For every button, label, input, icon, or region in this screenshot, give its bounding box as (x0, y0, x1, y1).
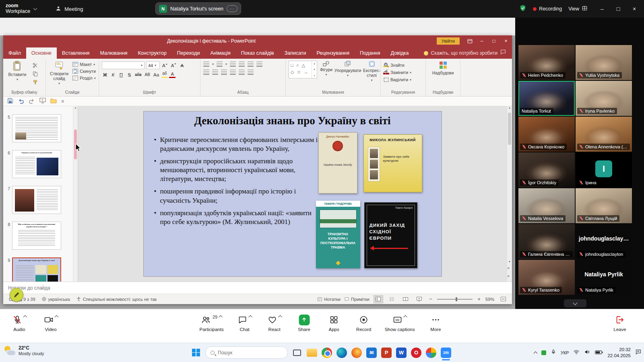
paragraph-format-button[interactable] (256, 62, 262, 67)
mail-icon[interactable]: ✉ (365, 347, 378, 359)
ribbon-tab[interactable]: Основне (26, 47, 57, 59)
sign-in-button[interactable]: Увійти (437, 37, 460, 45)
chevron-up-icon[interactable] (248, 315, 252, 319)
zoom-slider[interactable] (437, 299, 473, 300)
word-icon[interactable]: W (395, 347, 407, 359)
zoom-workplace-logo[interactable]: zoom Workplace (0, 3, 37, 14)
opera-icon[interactable]: O (410, 347, 422, 359)
participant-tile[interactable]: Світлана Лущій (576, 188, 632, 223)
view-button[interactable]: View (568, 5, 588, 12)
ribbon-tab[interactable]: Конструктор (133, 47, 172, 59)
ribbon-tab[interactable]: Записати (279, 47, 312, 59)
react-button[interactable]: React (266, 314, 283, 332)
shapes-button[interactable]: Фігури▾ (320, 61, 332, 76)
search-input[interactable] (218, 350, 274, 356)
firefox-icon[interactable] (351, 347, 363, 359)
meet-icon[interactable] (425, 347, 437, 359)
slide-canvas[interactable]: Деколонізація знань про Україну в світі … (144, 111, 442, 276)
zoom-icon[interactable]: zm (440, 347, 452, 359)
participant-tile[interactable]: Iryna Pavlenko (576, 81, 632, 116)
slide-sorter-view-button[interactable] (387, 295, 397, 303)
video-button[interactable]: Video (42, 314, 60, 332)
format-painter-button[interactable] (31, 79, 39, 85)
customize-qat-icon[interactable]: ≡ (61, 99, 64, 104)
start-button[interactable] (190, 347, 202, 359)
ribbon-display-options-icon[interactable] (464, 35, 476, 47)
font-style-button[interactable]: S (126, 71, 132, 78)
chrome-icon[interactable] (321, 347, 333, 359)
ribbon-tab[interactable]: Показ слайдів (236, 47, 279, 59)
undo-button[interactable] (18, 98, 24, 105)
clear-formatting-button[interactable]: А (179, 62, 185, 69)
keyboard-language[interactable]: УКР (561, 350, 569, 355)
tell-me-search[interactable]: Скажіть, що потрібно зробити (424, 50, 498, 59)
paragraph-format-button[interactable] (248, 62, 254, 67)
paragraph-format-button[interactable] (230, 62, 236, 67)
select-button[interactable]: Виділити▾ (384, 77, 411, 82)
save-button[interactable] (7, 98, 13, 105)
slide-title[interactable]: Деколонізація знань про Україну в світі (152, 115, 433, 127)
zoom-in-button[interactable]: + (477, 296, 481, 302)
participant-tile[interactable]: johndouglasclay… johndouglasclayton (576, 224, 632, 259)
paragraph-format-button[interactable] (239, 70, 245, 75)
feedback-comment-icon[interactable] (500, 49, 506, 59)
chevron-up-icon[interactable] (23, 315, 27, 319)
grow-font-button[interactable]: А▲ (161, 62, 169, 69)
next-slide-button[interactable]: » (506, 275, 511, 278)
ribbon-tab[interactable]: Переходи (172, 47, 205, 59)
font-style-button[interactable]: АВ (144, 71, 151, 78)
scrollbar-thumb[interactable] (508, 113, 511, 145)
chevron-up-icon[interactable] (278, 315, 282, 319)
section-button[interactable]: Розділ▾ (72, 76, 96, 80)
gallery-collapse-button[interactable] (564, 299, 586, 307)
notes-toggle-button[interactable]: Нотатки (318, 297, 341, 302)
thumbnail-preview[interactable]: Деколонізація знань про Україну в світі (12, 257, 61, 282)
participant-tile[interactable]: Natalia Vesselova (518, 188, 575, 223)
highlight-color-button[interactable]: аб (161, 71, 167, 78)
font-style-button[interactable]: П (118, 71, 124, 78)
ppt-close-button[interactable]: × (500, 35, 512, 47)
powerpoint-icon[interactable]: P (380, 347, 392, 359)
quick-styles-button[interactable]: Експрес-стилі▾ (363, 61, 380, 82)
chat-button[interactable]: Chat (236, 314, 254, 332)
chevron-down-icon[interactable] (33, 6, 37, 10)
taskbar-search[interactable] (205, 346, 288, 359)
start-slideshow-icon[interactable] (39, 98, 46, 105)
tray-mic-icon[interactable] (551, 349, 556, 356)
annotation-pencil-button[interactable] (10, 288, 23, 302)
find-button[interactable]: Знайти (384, 62, 411, 68)
copy-button[interactable] (31, 70, 39, 77)
reset-button[interactable]: Скинути (72, 69, 96, 74)
shared-screen-tab[interactable]: N Nataliya Torkut's screen ··· (155, 2, 241, 15)
layout-button[interactable]: Макет▾ (72, 62, 96, 67)
paragraph-format-button[interactable] (212, 70, 218, 75)
slide-thumbnail[interactable]: 9 Деколонізація знань про Україну в світ… (5, 257, 71, 282)
tray-expand-icon[interactable] (533, 352, 537, 356)
font-size-combo[interactable]: 44▾ (146, 62, 160, 69)
participant-tile[interactable]: Ígor Orzhitskiy (518, 152, 575, 187)
thumbnail-preview[interactable]: Україна в контексті деколонізації (12, 150, 61, 178)
wifi-icon[interactable] (573, 349, 580, 357)
ribbon-tab[interactable]: Файл (3, 47, 26, 59)
participants-button[interactable]: 29Participants (200, 314, 224, 332)
participant-tile[interactable]: Kyryl Tarasenko (518, 260, 575, 295)
paragraph-format-button[interactable] (217, 62, 223, 67)
meeting-tab[interactable]: Meeting (55, 5, 83, 13)
close-button[interactable]: × (626, 0, 642, 18)
apps-button[interactable]: Apps (325, 314, 343, 332)
more-button[interactable]: More (427, 314, 444, 332)
chevron-up-icon[interactable] (54, 315, 58, 319)
ribbon-tab[interactable]: Подання (355, 47, 385, 59)
normal-view-button[interactable] (374, 295, 383, 303)
paragraph-format-button[interactable] (203, 62, 209, 67)
volume-icon[interactable] (584, 349, 590, 357)
participant-tile[interactable]: Оксана Корнієнко (518, 117, 575, 152)
participant-tile[interactable]: I Ірина (576, 152, 632, 187)
participant-tile[interactable]: Nataliya Pyrlik Nataliya Pyrlik (576, 260, 632, 295)
recording-indicator[interactable]: Recording (533, 6, 562, 12)
share-options-icon[interactable]: ··· (227, 5, 237, 12)
font-style-button[interactable]: Аа (153, 71, 160, 78)
security-shield-icon[interactable] (519, 4, 526, 13)
comments-toggle-button[interactable]: Примітки (345, 297, 369, 302)
ribbon-tab[interactable]: Анімація (205, 47, 236, 59)
